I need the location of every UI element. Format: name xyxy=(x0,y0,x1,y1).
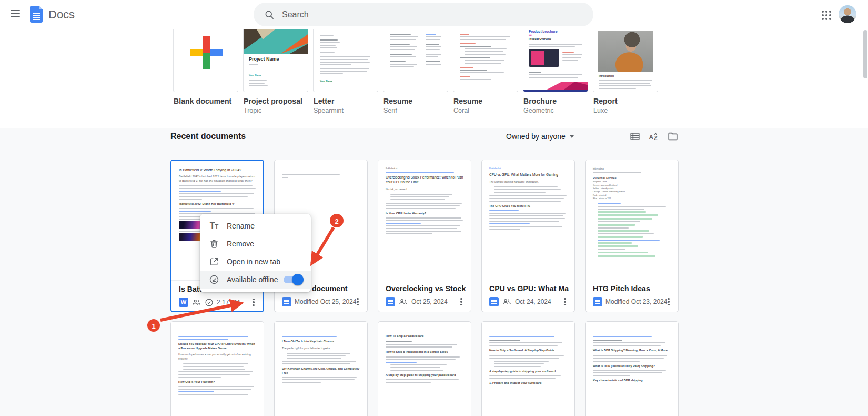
doc-meta: Oct 24, 2024 xyxy=(489,296,559,307)
rename-icon: TT xyxy=(208,220,220,232)
template-project-proposal[interactable]: Project Name Your Name xyxy=(243,29,308,92)
doc-time: Oct 25, 2024 xyxy=(411,298,448,305)
gdoc-file-icon xyxy=(282,297,291,306)
more-options-button[interactable] xyxy=(560,297,570,306)
google-apps-icon[interactable] xyxy=(822,11,824,13)
shared-people-icon xyxy=(191,298,201,308)
doc-title: Overclocking vs Stock Pe... xyxy=(386,284,466,294)
doc-time: Oct 24, 2024 xyxy=(515,298,551,305)
doc-preview: What Is DDP Shipping? Meaning, Pros + Co… xyxy=(586,322,678,416)
doc-card-row2[interactable]: I Turn Old Tech Into Keychain Charms The… xyxy=(274,321,368,416)
doc-preview: Published at CPU vs GPU: What Matters Mo… xyxy=(482,160,574,280)
search-icon xyxy=(264,9,275,20)
template-style-label: Tropic xyxy=(244,107,261,114)
doc-title: CPU vs GPU: What Matte... xyxy=(489,284,569,294)
doc-meta: Modified Oct 25, 2024 xyxy=(282,296,351,307)
search-input[interactable] xyxy=(282,10,566,19)
template-blank-document[interactable] xyxy=(173,29,238,92)
menu-item-rename[interactable]: TT Rename xyxy=(200,217,311,235)
account-avatar[interactable] xyxy=(839,5,856,23)
template-label: Letter xyxy=(314,97,335,105)
svg-text:Z: Z xyxy=(654,135,658,141)
menu-item-remove[interactable]: Remove xyxy=(200,235,311,253)
doc-preview: How to Ship a Surfboard: A Step-by-Step … xyxy=(482,322,574,416)
menu-item-available-offline[interactable]: Available offline xyxy=(200,271,311,289)
document-context-menu: TT Rename Remove Open in new tab xyxy=(200,214,311,292)
scrollbar-thumb[interactable] xyxy=(863,30,867,78)
open-file-picker-button[interactable] xyxy=(666,130,680,143)
offline-check-icon xyxy=(208,274,220,285)
template-style-label: Geometric xyxy=(523,107,554,114)
main-menu-icon[interactable] xyxy=(11,10,20,11)
gdoc-file-icon xyxy=(386,297,395,306)
menu-item-open-in-new-tab[interactable]: Open in new tab xyxy=(200,253,311,271)
template-style-label: Spearmint xyxy=(314,107,344,114)
recent-documents-title: Recent documents xyxy=(170,132,246,141)
template-brochure-geometric[interactable]: Product brochure ▮▮▮ Product Overview xyxy=(523,29,588,92)
template-label: Project proposal xyxy=(244,97,302,105)
sort-az-icon: A Z xyxy=(648,131,660,142)
template-report-luxe[interactable]: Introduction xyxy=(593,29,658,92)
list-view-button[interactable] xyxy=(628,130,642,143)
shared-people-icon xyxy=(398,297,408,307)
report-cover-photo xyxy=(598,31,653,72)
doc-meta: Oct 25, 2024 xyxy=(386,296,455,307)
template-label: Brochure xyxy=(523,97,557,105)
gdoc-file-icon xyxy=(489,297,499,306)
doc-card-htg-pitch-ideas[interactable]: interesting Potential Pitches Magenta - … xyxy=(585,160,679,312)
brochure-phone-image xyxy=(529,49,559,67)
doc-card-cpu-gpu[interactable]: Published at CPU vs GPU: What Matters Mo… xyxy=(481,160,575,312)
docs-logo-icon[interactable] xyxy=(30,6,43,23)
doc-preview: Should You Upgrade Your CPU or Entire Sy… xyxy=(171,322,264,416)
doc-card-row2[interactable]: What Is DDP Shipping? Meaning, Pros + Co… xyxy=(585,321,679,416)
list-view-icon xyxy=(629,131,641,142)
template-letter[interactable]: Your Name xyxy=(313,29,378,92)
doc-meta: W 2:17 AM xyxy=(179,297,247,308)
shared-people-icon xyxy=(502,297,512,307)
doc-time: Modified Oct 25, 2024 xyxy=(295,298,356,305)
doc-meta: Modified Oct 23, 2024 xyxy=(593,296,662,307)
owned-by-filter[interactable]: Owned by anyone xyxy=(506,131,574,142)
doc-preview: Published at Overclocking vs Stock Perfo… xyxy=(378,160,471,280)
more-options-button[interactable] xyxy=(353,297,362,306)
offline-available-icon xyxy=(205,298,214,307)
doc-time: Modified Oct 23, 2024 xyxy=(605,298,667,305)
doc-preview: interesting Potential Pitches Magenta - … xyxy=(586,160,678,280)
template-resume-coral[interactable] xyxy=(453,29,518,92)
open-in-new-icon xyxy=(208,256,220,268)
chevron-down-icon xyxy=(570,135,574,138)
doc-card-row2[interactable]: How To Ship a Paddleboard How to Ship a … xyxy=(378,321,471,416)
doc-preview: How To Ship a Paddleboard How to Ship a … xyxy=(378,322,471,416)
template-style-label: Serif xyxy=(383,107,397,114)
available-offline-toggle[interactable] xyxy=(284,276,301,283)
template-style-label: Coral xyxy=(453,107,469,114)
search-bar[interactable] xyxy=(254,3,593,26)
app-title: Docs xyxy=(48,0,75,29)
doc-title: HTG Pitch Ideas xyxy=(593,284,673,294)
doc-card-row2[interactable]: How to Ship a Surfboard: A Step-by-Step … xyxy=(481,321,575,416)
more-options-button[interactable] xyxy=(457,297,466,306)
sort-options-button[interactable]: A Z xyxy=(647,130,661,143)
more-options-button[interactable] xyxy=(664,297,673,306)
doc-preview: I Turn Old Tech Into Keychain Charms The… xyxy=(275,322,367,416)
trash-icon xyxy=(208,238,220,250)
template-label: Report xyxy=(593,97,618,105)
template-label: Blank document xyxy=(174,97,231,105)
doc-time: 2:17 AM xyxy=(217,299,240,306)
letter-signature: Your Name xyxy=(320,80,332,83)
doc-card-row2[interactable]: Should You Upgrade Your CPU or Entire Sy… xyxy=(170,321,264,416)
svg-text:A: A xyxy=(649,134,653,140)
more-options-button[interactable] xyxy=(249,298,258,307)
gdoc-file-icon xyxy=(593,297,602,306)
template-style-label: Luxe xyxy=(593,107,608,114)
folder-icon xyxy=(667,131,679,142)
template-resume-serif[interactable] xyxy=(383,29,448,92)
template-label: Resume xyxy=(453,97,482,105)
app-bar: Docs xyxy=(0,0,868,29)
word-file-icon: W xyxy=(179,298,188,307)
doc-card-overclocking[interactable]: Published at Overclocking vs Stock Perfo… xyxy=(378,160,471,312)
template-label: Resume xyxy=(383,97,412,105)
